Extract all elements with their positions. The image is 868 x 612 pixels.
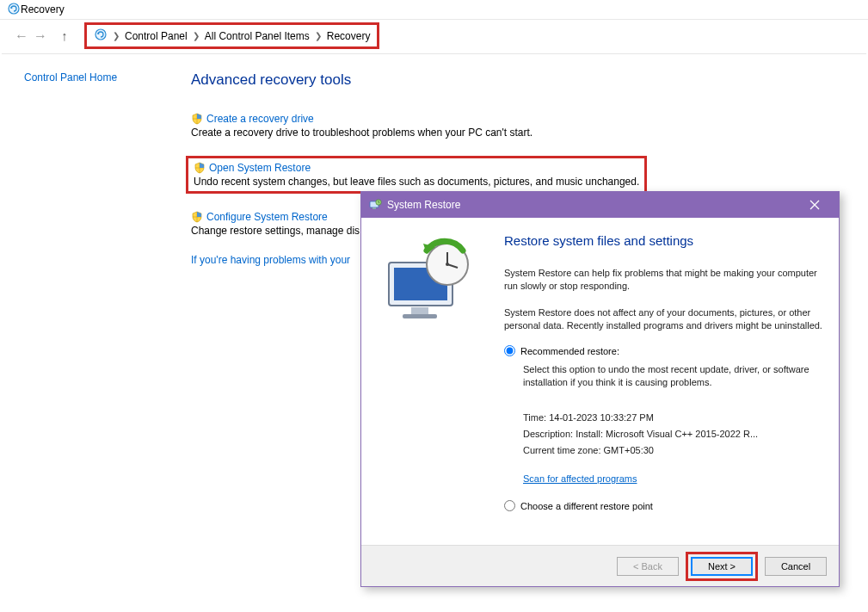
restore-time: Time: 14-01-2023 10:33:27 PM (523, 411, 823, 424)
scan-affected-programs-link[interactable]: Scan for affected programs (523, 473, 637, 485)
recovery-icon (7, 2, 21, 18)
tool-create-recovery-drive: Create a recovery drive Create a recover… (191, 113, 868, 139)
recovery-icon (94, 28, 108, 44)
restore-timezone: Current time zone: GMT+05:30 (523, 444, 823, 457)
chevron-right-icon: ❯ (315, 31, 322, 40)
window-title: Recovery (21, 3, 65, 15)
radio-different-restore-point[interactable]: Choose a different restore point (504, 500, 823, 511)
tool-description: Undo recent system changes, but leave fi… (194, 176, 639, 188)
nav-toolbar: ← → ↑ ❯ Control Panel ❯ All Control Pane… (0, 19, 868, 53)
chevron-right-icon: ❯ (113, 31, 120, 40)
help-link[interactable]: If you're having problems with your (191, 254, 350, 266)
recommended-description: Select this option to undo the most rece… (523, 363, 823, 389)
dialog-paragraph: System Restore can help fix problems tha… (504, 267, 823, 293)
svg-rect-7 (411, 307, 428, 314)
page-title: Advanced recovery tools (191, 71, 868, 89)
shield-icon (194, 162, 206, 174)
system-restore-illustration (377, 233, 497, 545)
radio-different-label: Choose a different restore point (520, 501, 653, 511)
svg-rect-8 (403, 314, 437, 318)
radio-recommended-restore[interactable]: Recommended restore: (504, 345, 823, 356)
configure-system-restore-link[interactable]: Configure System Restore (206, 211, 328, 223)
dialog-footer: < Back Next > Cancel (361, 545, 839, 586)
breadcrumb-item[interactable]: All Control Panel Items (205, 30, 310, 42)
create-recovery-drive-link[interactable]: Create a recovery drive (206, 113, 314, 125)
control-panel-home-link[interactable]: Control Panel Home (24, 71, 117, 83)
dialog-paragraph: System Restore does not affect any of yo… (504, 306, 823, 332)
breadcrumb-item[interactable]: Control Panel (125, 30, 188, 42)
next-button[interactable]: Next > (691, 557, 753, 576)
tool-description: Create a recovery drive to troubleshoot … (191, 127, 868, 139)
restore-description: Description: Install: Microsoft Visual C… (523, 428, 823, 441)
back-button: < Back (617, 557, 679, 576)
svg-point-0 (9, 3, 19, 14)
sidebar: Control Panel Home (0, 71, 191, 266)
open-system-restore-link[interactable]: Open System Restore (209, 162, 311, 174)
nav-back[interactable]: ← (12, 28, 31, 44)
svg-point-1 (95, 29, 106, 40)
system-restore-dialog: System Restore Res (360, 191, 840, 587)
window-titlebar: Recovery (0, 0, 868, 19)
radio-different-input[interactable] (504, 500, 515, 511)
next-button-highlight: Next > (686, 552, 758, 581)
radio-recommended-label: Recommended restore: (520, 346, 619, 356)
breadcrumb: ❯ Control Panel ❯ All Control Panel Item… (84, 22, 379, 49)
dialog-heading: Restore system files and settings (504, 233, 823, 248)
chevron-right-icon: ❯ (193, 31, 200, 40)
dialog-titlebar: System Restore (361, 192, 839, 218)
nav-forward[interactable]: → (31, 28, 50, 44)
svg-rect-3 (372, 207, 376, 209)
shield-icon (191, 211, 203, 223)
dialog-title: System Restore (387, 199, 460, 211)
shield-icon (191, 113, 203, 125)
cancel-button[interactable]: Cancel (765, 557, 827, 576)
system-restore-icon (368, 198, 382, 212)
tool-open-system-restore: Open System Restore Undo recent system c… (191, 156, 868, 194)
close-button[interactable] (797, 192, 832, 218)
radio-recommended-input[interactable] (504, 345, 515, 356)
nav-up[interactable]: ↑ (55, 28, 74, 43)
breadcrumb-item[interactable]: Recovery (327, 30, 371, 42)
